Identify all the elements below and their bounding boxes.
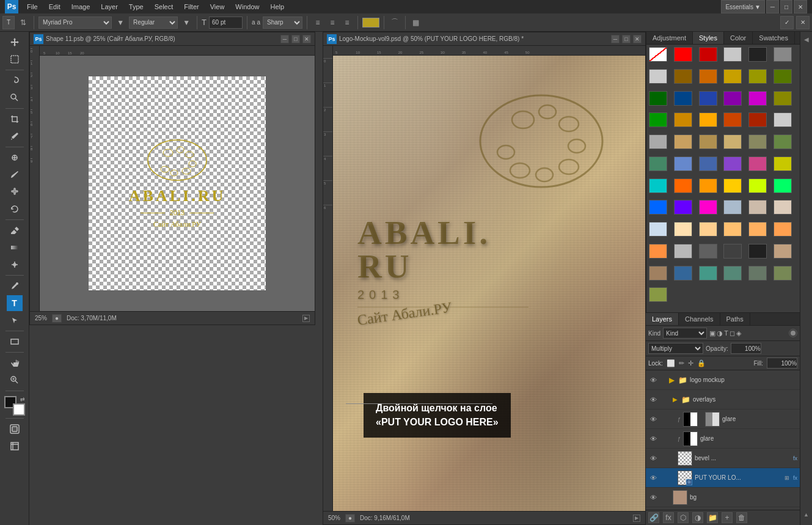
style-swatch-55[interactable] [699,244,717,259]
menu-window[interactable]: Window [230,2,264,12]
style-swatch-5[interactable] [649,69,667,84]
eraser-tool[interactable] [7,222,23,238]
style-swatch-14[interactable] [723,91,742,106]
menu-help[interactable]: Help [265,2,289,12]
filter-pixel-icon[interactable]: ▣ [709,329,715,337]
style-swatch-56[interactable] [723,244,742,259]
gradient-tool[interactable] [7,240,23,255]
style-swatch-21[interactable] [748,112,767,127]
font-family-dropdown[interactable]: ▼ [114,17,126,29]
cancel-btn[interactable]: ✕ [796,16,810,29]
clone-stamp-tool[interactable] [7,184,23,200]
style-swatch-none[interactable] [649,47,667,62]
style-swatch-44[interactable] [723,200,742,215]
hand-tool[interactable] [7,355,23,371]
main-window-maximize[interactable]: □ [622,35,631,43]
quick-selection-tool[interactable] [7,90,23,106]
style-swatch-51[interactable] [748,222,767,237]
style-swatch-50[interactable] [723,222,742,237]
add-fx-btn[interactable]: fx [663,512,674,523]
layer-eye-put-logo[interactable]: 👁 [648,473,658,483]
blend-mode-select[interactable]: Multiply [648,343,703,354]
style-swatch-41[interactable] [649,200,667,215]
layer-eye-bevel[interactable]: 👁 [648,453,658,463]
style-swatch-34[interactable] [774,156,792,171]
character-panel-icon[interactable]: ▦ [410,17,422,29]
opacity-input[interactable] [731,343,761,354]
filter-shape-icon[interactable]: ◻ [730,329,735,337]
layer-bg[interactable]: 👁 bg [646,488,800,507]
style-swatch-16[interactable] [774,91,792,106]
style-swatch-7[interactable] [699,69,717,84]
add-mask-btn[interactable]: ⬡ [678,512,689,523]
rectangular-marquee-tool[interactable] [7,51,23,67]
commit-btn[interactable]: ✓ [780,16,794,29]
style-swatch-36[interactable] [674,178,692,193]
style-swatch-42[interactable] [674,200,692,215]
edit-mode-icon[interactable] [7,421,23,437]
style-swatch-17[interactable] [649,112,667,127]
pen-tool[interactable] [7,278,23,294]
tab-swatches[interactable]: Swatches [753,32,795,44]
crop-tool[interactable] [7,111,23,127]
small-window-maximize[interactable]: □ [291,35,300,43]
rectangle-shape-tool[interactable] [7,334,23,350]
style-swatch-48[interactable] [674,222,692,237]
style-swatch-20[interactable] [723,112,742,127]
layer-eye-logo-mockup[interactable]: 👁 [648,375,658,385]
style-swatch-62[interactable] [723,266,742,281]
style-swatch-29[interactable] [649,156,667,171]
style-swatch-22[interactable] [774,112,792,127]
style-swatch-8[interactable] [723,69,742,84]
style-swatch-39[interactable] [748,178,767,193]
layer-glare-mask[interactable]: 👁 ƒ glare [646,409,800,429]
filter-kind-select[interactable]: Kind [663,328,707,339]
font-style-dropdown[interactable]: ▼ [180,17,192,29]
filter-smart-icon[interactable]: ◈ [736,329,741,337]
style-swatch-52[interactable] [774,222,792,237]
style-swatch-32[interactable] [723,156,742,171]
screen-mode-icon[interactable] [7,438,23,454]
menu-edit[interactable]: Edit [44,2,65,12]
lasso-tool[interactable] [7,73,23,89]
filter-adjust-icon[interactable]: ◑ [717,329,723,337]
style-swatch-35[interactable] [649,178,667,193]
tab-paths[interactable]: Paths [720,313,750,325]
switch-colors-icon[interactable]: ⇄ [20,396,25,402]
tab-layers[interactable]: Layers [646,313,679,325]
main-window-close[interactable]: ✕ [633,35,642,43]
anti-alias-select[interactable]: Sharp [263,17,302,29]
style-swatch-1[interactable] [699,47,717,62]
style-swatch-27[interactable] [748,134,767,149]
style-swatch-59[interactable] [649,266,667,281]
tab-adjustment[interactable]: Adjustment [646,32,693,44]
style-swatch-33[interactable] [748,156,767,171]
menu-filter[interactable]: Filter [179,2,203,12]
text-tool[interactable]: T [7,295,23,311]
align-left-icon[interactable]: ≡ [312,17,324,29]
style-swatch-25[interactable] [699,134,717,149]
filter-type-icon[interactable]: T [724,329,728,337]
panel-collapse-btn[interactable]: ◀ [802,34,811,44]
style-swatch-58[interactable] [774,244,792,259]
layer-logo-mockup[interactable]: 👁 ▶ 📁 logo mockup [646,370,800,390]
main-window-scroll-btn[interactable]: ▶ [633,515,640,522]
style-swatch-60[interactable] [674,266,692,281]
style-swatch-31[interactable] [699,156,717,171]
style-swatch-64[interactable] [774,266,792,281]
menu-type[interactable]: Type [124,2,148,12]
style-swatch-57[interactable] [748,244,767,259]
style-swatch-15[interactable] [748,91,767,106]
app-close[interactable]: ✕ [794,0,807,13]
style-swatch-53[interactable] [649,244,667,259]
style-swatch-54[interactable] [674,244,692,259]
style-swatch-6[interactable] [674,69,692,84]
text-color-swatch[interactable] [362,18,379,28]
style-swatch-65[interactable] [649,287,667,302]
style-swatch-63[interactable] [748,266,767,281]
brush-tool[interactable] [7,167,23,183]
healing-brush-tool[interactable] [7,150,23,166]
style-swatch-4[interactable] [774,47,792,62]
zoom-indicator[interactable]: ● [52,314,62,323]
menu-view[interactable]: View [205,2,230,12]
